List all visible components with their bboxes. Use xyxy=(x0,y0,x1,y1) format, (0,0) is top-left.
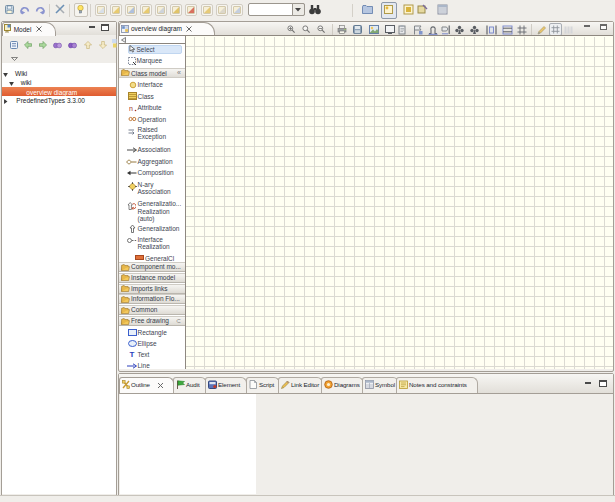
svg-text:n: n xyxy=(129,105,133,112)
svg-text:T: T xyxy=(130,350,135,358)
